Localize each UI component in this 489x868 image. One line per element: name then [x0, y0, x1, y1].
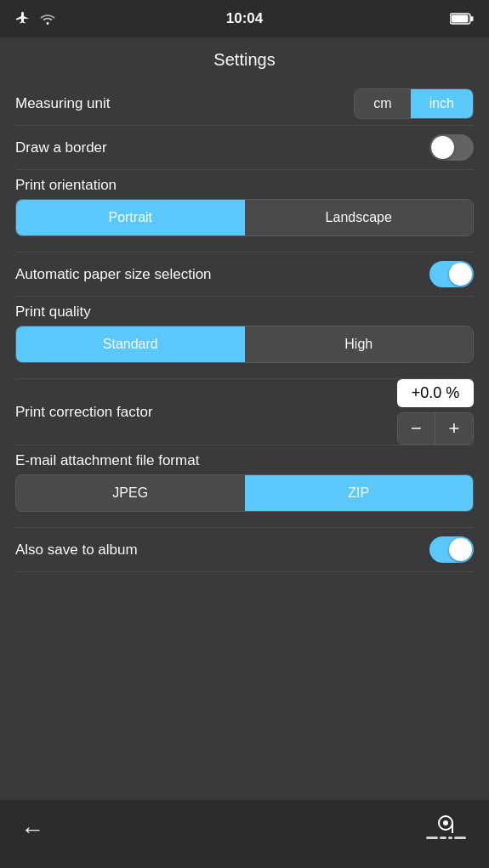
save-album-label: Also save to album — [15, 542, 138, 559]
quality-high[interactable]: High — [245, 326, 474, 362]
format-zip[interactable]: ZIP — [245, 475, 474, 511]
svg-point-4 — [443, 820, 448, 825]
print-quality-segmented: Standard High — [15, 326, 474, 363]
draw-border-knob — [431, 136, 454, 159]
correction-decrement-button[interactable]: − — [398, 413, 435, 444]
auto-paper-toggle[interactable] — [429, 261, 474, 287]
brand-icon — [423, 814, 469, 845]
correction-value: +0.0 % — [397, 379, 474, 407]
print-correction-label: Print correction factor — [15, 404, 153, 421]
page-header: Settings — [0, 37, 489, 82]
draw-border-label: Draw a border — [15, 139, 107, 156]
draw-border-toggle[interactable] — [429, 134, 474, 161]
bottom-bar: ← — [0, 800, 489, 868]
measuring-unit-row: Measuring unit cm inch — [15, 82, 474, 126]
status-time: 10:04 — [226, 10, 263, 27]
save-album-toggle[interactable] — [429, 536, 474, 563]
draw-border-row: Draw a border — [15, 126, 474, 170]
print-orientation-label: Print orientation — [15, 177, 474, 194]
print-quality-label: Print quality — [15, 304, 474, 321]
brand-logo — [423, 814, 469, 845]
airplane-icon — [15, 12, 31, 26]
svg-rect-9 — [454, 837, 466, 839]
email-format-section: E-mail attachment file format JPEG ZIP — [15, 445, 474, 528]
email-format-segmented: JPEG ZIP — [15, 474, 474, 512]
orientation-landscape[interactable]: Landscape — [245, 200, 474, 235]
format-jpeg[interactable]: JPEG — [16, 475, 245, 511]
orientation-portrait[interactable]: Portrait — [16, 200, 245, 235]
svg-rect-7 — [440, 837, 446, 839]
svg-rect-8 — [448, 837, 452, 839]
svg-rect-1 — [452, 15, 469, 23]
page-title: Settings — [213, 50, 275, 70]
measuring-unit-label: Measuring unit — [15, 95, 111, 112]
status-bar: 10:04 — [0, 0, 489, 37]
quality-standard[interactable]: Standard — [16, 326, 245, 362]
save-album-knob — [449, 538, 472, 561]
svg-rect-2 — [471, 16, 474, 21]
status-icons-right — [450, 13, 474, 25]
correction-buttons: − + — [397, 412, 474, 445]
print-correction-row: Print correction factor +0.0 % − + — [15, 379, 474, 445]
status-icons-left — [15, 12, 56, 26]
correction-increment-button[interactable]: + — [435, 413, 473, 444]
auto-paper-knob — [449, 263, 472, 286]
svg-rect-6 — [426, 837, 438, 839]
auto-paper-label: Automatic paper size selection — [15, 266, 212, 283]
print-orientation-section: Print orientation Portrait Landscape — [15, 170, 474, 252]
email-format-label: E-mail attachment file format — [15, 452, 474, 469]
settings-content: Measuring unit cm inch Draw a border Pri… — [0, 82, 489, 572]
auto-paper-row: Automatic paper size selection — [15, 252, 474, 297]
back-button[interactable]: ← — [20, 816, 44, 843]
print-orientation-segmented: Portrait Landscape — [15, 199, 474, 236]
measuring-unit-segmented: cm inch — [354, 88, 474, 119]
print-quality-section: Print quality Standard High — [15, 297, 474, 379]
battery-icon — [450, 13, 474, 25]
measuring-unit-cm[interactable]: cm — [355, 89, 410, 118]
save-album-row: Also save to album — [15, 528, 474, 572]
measuring-unit-inch[interactable]: inch — [411, 89, 473, 118]
print-correction-controls: +0.0 % − + — [397, 379, 474, 445]
wifi-icon — [39, 12, 56, 26]
